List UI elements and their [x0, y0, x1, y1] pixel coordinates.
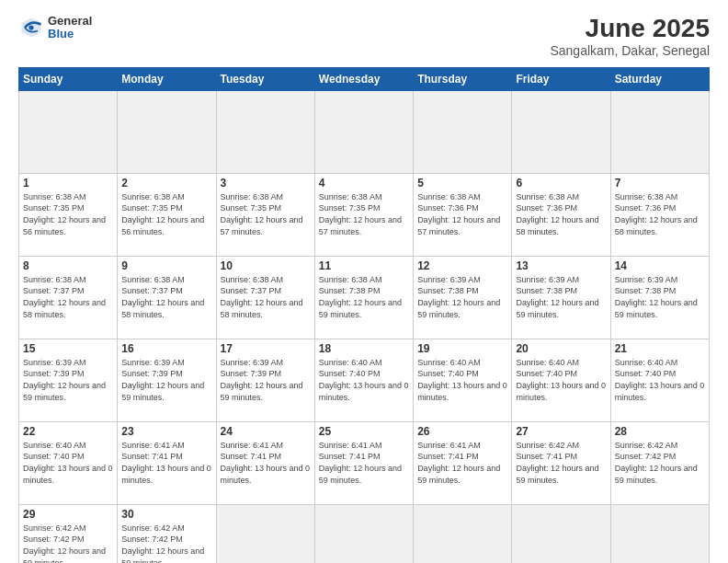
day-number: 10 [221, 259, 311, 272]
day-info: Sunrise: 6:38 AMSunset: 7:37 PMDaylight:… [23, 275, 106, 319]
col-monday: Monday [118, 67, 216, 90]
day-number: 28 [615, 425, 705, 438]
calendar-week-row: 8 Sunrise: 6:38 AMSunset: 7:37 PMDayligh… [19, 256, 710, 339]
day-info: Sunrise: 6:38 AMSunset: 7:36 PMDaylight:… [516, 192, 598, 236]
col-wednesday: Wednesday [314, 67, 413, 90]
table-row: 16 Sunrise: 6:39 AMSunset: 7:39 PMDaylig… [118, 339, 216, 421]
logo-text: General Blue [48, 15, 92, 41]
day-number: 11 [319, 259, 409, 272]
day-number: 26 [417, 425, 507, 438]
table-row: 3 Sunrise: 6:38 AMSunset: 7:35 PMDayligh… [216, 173, 314, 256]
table-row: 2 Sunrise: 6:38 AMSunset: 7:35 PMDayligh… [118, 173, 216, 256]
day-number: 4 [319, 177, 409, 190]
day-number: 29 [23, 508, 113, 521]
day-number: 19 [417, 342, 507, 355]
table-row: 20 Sunrise: 6:40 AMSunset: 7:40 PMDaylig… [512, 339, 610, 421]
day-info: Sunrise: 6:41 AMSunset: 7:41 PMDaylight:… [319, 441, 402, 485]
day-number: 24 [221, 425, 311, 438]
table-row: 27 Sunrise: 6:42 AMSunset: 7:41 PMDaylig… [512, 421, 610, 504]
day-info: Sunrise: 6:38 AMSunset: 7:35 PMDaylight:… [221, 192, 303, 236]
day-info: Sunrise: 6:42 AMSunset: 7:42 PMDaylight:… [121, 523, 204, 563]
day-info: Sunrise: 6:40 AMSunset: 7:40 PMDaylight:… [615, 358, 705, 402]
table-row: 12 Sunrise: 6:39 AMSunset: 7:38 PMDaylig… [414, 256, 512, 339]
table-row: 15 Sunrise: 6:39 AMSunset: 7:39 PMDaylig… [19, 339, 118, 421]
calendar-week-row: 1 Sunrise: 6:38 AMSunset: 7:35 PMDayligh… [19, 173, 710, 256]
day-number: 22 [23, 425, 113, 438]
calendar-week-row: 22 Sunrise: 6:40 AMSunset: 7:40 PMDaylig… [19, 421, 710, 504]
day-number: 17 [221, 342, 311, 355]
logo-blue: Blue [48, 28, 92, 40]
table-row: 26 Sunrise: 6:41 AMSunset: 7:41 PMDaylig… [414, 421, 512, 504]
day-info: Sunrise: 6:40 AMSunset: 7:40 PMDaylight:… [516, 358, 606, 402]
day-info: Sunrise: 6:40 AMSunset: 7:40 PMDaylight:… [23, 441, 113, 485]
day-number: 30 [121, 508, 211, 521]
day-info: Sunrise: 6:39 AMSunset: 7:38 PMDaylight:… [615, 275, 698, 319]
day-info: Sunrise: 6:39 AMSunset: 7:39 PMDaylight:… [221, 358, 303, 402]
day-number: 15 [23, 342, 113, 355]
table-row: 10 Sunrise: 6:38 AMSunset: 7:37 PMDaylig… [216, 256, 314, 339]
logo-general: General [48, 15, 92, 28]
table-row [314, 90, 413, 173]
table-row [414, 90, 512, 173]
day-number: 5 [417, 177, 507, 190]
day-number: 1 [23, 177, 113, 190]
table-row [216, 504, 314, 563]
day-number: 13 [516, 259, 606, 272]
day-number: 23 [121, 425, 211, 438]
table-row: 22 Sunrise: 6:40 AMSunset: 7:40 PMDaylig… [19, 421, 118, 504]
day-info: Sunrise: 6:38 AMSunset: 7:37 PMDaylight:… [221, 275, 303, 319]
day-info: Sunrise: 6:38 AMSunset: 7:35 PMDaylight:… [319, 192, 402, 236]
day-info: Sunrise: 6:38 AMSunset: 7:36 PMDaylight:… [417, 192, 500, 236]
day-number: 6 [516, 177, 606, 190]
calendar-week-row [19, 90, 710, 173]
calendar-table: Sunday Monday Tuesday Wednesday Thursday… [18, 67, 710, 563]
table-row: 17 Sunrise: 6:39 AMSunset: 7:39 PMDaylig… [216, 339, 314, 421]
table-row: 7 Sunrise: 6:38 AMSunset: 7:36 PMDayligh… [610, 173, 709, 256]
table-row: 29 Sunrise: 6:42 AMSunset: 7:42 PMDaylig… [19, 504, 118, 563]
col-friday: Friday [512, 67, 610, 90]
table-row [314, 504, 413, 563]
day-info: Sunrise: 6:42 AMSunset: 7:41 PMDaylight:… [516, 441, 598, 485]
day-info: Sunrise: 6:41 AMSunset: 7:41 PMDaylight:… [121, 441, 211, 485]
day-info: Sunrise: 6:39 AMSunset: 7:38 PMDaylight:… [516, 275, 598, 319]
table-row: 4 Sunrise: 6:38 AMSunset: 7:35 PMDayligh… [314, 173, 413, 256]
calendar-subtitle: Sangalkam, Dakar, Senegal [550, 43, 710, 58]
svg-point-1 [28, 26, 33, 30]
table-row [414, 504, 512, 563]
table-row: 1 Sunrise: 6:38 AMSunset: 7:35 PMDayligh… [19, 173, 118, 256]
calendar-title: June 2025 [550, 15, 710, 43]
day-info: Sunrise: 6:38 AMSunset: 7:36 PMDaylight:… [615, 192, 698, 236]
day-number: 2 [121, 177, 211, 190]
day-info: Sunrise: 6:38 AMSunset: 7:38 PMDaylight:… [319, 275, 402, 319]
day-number: 3 [221, 177, 311, 190]
table-row: 18 Sunrise: 6:40 AMSunset: 7:40 PMDaylig… [314, 339, 413, 421]
table-row [512, 504, 610, 563]
day-info: Sunrise: 6:38 AMSunset: 7:35 PMDaylight:… [23, 192, 106, 236]
table-row: 9 Sunrise: 6:38 AMSunset: 7:37 PMDayligh… [118, 256, 216, 339]
day-info: Sunrise: 6:41 AMSunset: 7:41 PMDaylight:… [221, 441, 311, 485]
day-info: Sunrise: 6:39 AMSunset: 7:39 PMDaylight:… [121, 358, 204, 402]
day-number: 9 [121, 259, 211, 272]
day-number: 20 [516, 342, 606, 355]
page: General Blue June 2025 Sangalkam, Dakar,… [0, 0, 728, 563]
table-row [118, 90, 216, 173]
table-row: 14 Sunrise: 6:39 AMSunset: 7:38 PMDaylig… [610, 256, 709, 339]
day-info: Sunrise: 6:39 AMSunset: 7:39 PMDaylight:… [23, 358, 106, 402]
header: General Blue June 2025 Sangalkam, Dakar,… [18, 15, 710, 58]
table-row: 30 Sunrise: 6:42 AMSunset: 7:42 PMDaylig… [118, 504, 216, 563]
day-number: 16 [121, 342, 211, 355]
calendar-week-row: 29 Sunrise: 6:42 AMSunset: 7:42 PMDaylig… [19, 504, 710, 563]
table-row: 21 Sunrise: 6:40 AMSunset: 7:40 PMDaylig… [610, 339, 709, 421]
table-row: 6 Sunrise: 6:38 AMSunset: 7:36 PMDayligh… [512, 173, 610, 256]
calendar-week-row: 15 Sunrise: 6:39 AMSunset: 7:39 PMDaylig… [19, 339, 710, 421]
day-number: 8 [23, 259, 113, 272]
col-saturday: Saturday [610, 67, 709, 90]
col-sunday: Sunday [19, 67, 118, 90]
day-info: Sunrise: 6:40 AMSunset: 7:40 PMDaylight:… [417, 358, 507, 402]
day-number: 7 [615, 177, 705, 190]
day-info: Sunrise: 6:38 AMSunset: 7:37 PMDaylight:… [121, 275, 204, 319]
table-row: 28 Sunrise: 6:42 AMSunset: 7:42 PMDaylig… [610, 421, 709, 504]
logo: General Blue [18, 15, 92, 41]
title-area: June 2025 Sangalkam, Dakar, Senegal [550, 15, 710, 58]
day-number: 27 [516, 425, 606, 438]
